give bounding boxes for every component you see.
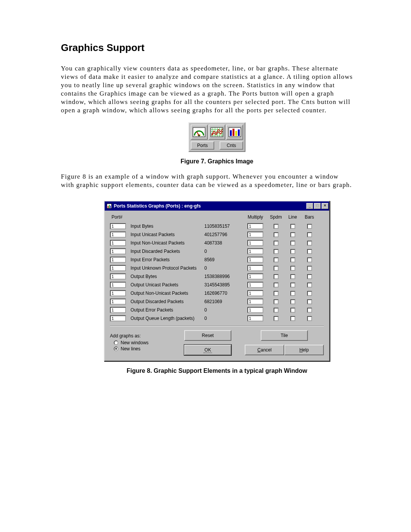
window-title: Ports Statistics Graphs (Ports) : eng-gf…: [114, 203, 201, 209]
radio-new-lines[interactable]: [114, 347, 118, 351]
multiply-input[interactable]: [247, 290, 263, 296]
line-checkbox[interactable]: [290, 283, 295, 288]
multiply-input[interactable]: [247, 299, 263, 305]
spdm-checkbox[interactable]: [274, 299, 279, 304]
line-checkbox[interactable]: [290, 224, 295, 229]
multiply-input[interactable]: [247, 248, 263, 254]
counter-value: 0: [204, 316, 242, 321]
line-chart-icon[interactable]: [209, 125, 226, 140]
port-input[interactable]: [110, 315, 126, 321]
table-row: Output Discarded Packets6821069: [110, 297, 324, 306]
spdm-checkbox[interactable]: [274, 283, 279, 288]
spdm-checkbox[interactable]: [274, 316, 279, 321]
counter-value: 401257796: [204, 232, 242, 237]
cnts-button[interactable]: Cnts: [220, 141, 243, 150]
help-button[interactable]: Help: [284, 345, 324, 355]
bars-checkbox[interactable]: [307, 274, 312, 279]
counter-name: Output Bytes: [131, 274, 203, 279]
counter-value: 3145543895: [204, 282, 242, 288]
bars-checkbox[interactable]: [307, 291, 312, 296]
reset-button[interactable]: Reset: [184, 330, 231, 341]
counter-name: Input Discarded Packets: [131, 249, 203, 254]
bars-checkbox[interactable]: [307, 257, 312, 262]
counter-name: Output Error Packets: [131, 307, 203, 313]
line-checkbox[interactable]: [290, 249, 295, 254]
multiply-input[interactable]: [247, 273, 263, 280]
speedometer-icon[interactable]: [191, 125, 208, 140]
port-input[interactable]: [110, 282, 126, 288]
radio-new-windows[interactable]: [114, 340, 118, 345]
multiply-input[interactable]: [247, 232, 263, 238]
counter-name: Input Bytes: [131, 224, 203, 229]
radio-new-lines-label: New lines: [121, 346, 140, 351]
port-input[interactable]: [110, 273, 126, 280]
counter-value: 0: [204, 307, 242, 313]
multiply-input[interactable]: [247, 307, 263, 313]
bars-checkbox[interactable]: [307, 316, 312, 321]
titlebar[interactable]: Ports Statistics Graphs (Ports) : eng-gf…: [105, 201, 329, 211]
line-checkbox[interactable]: [290, 291, 295, 296]
multiply-input[interactable]: [247, 315, 263, 321]
header-line: Line: [285, 214, 300, 220]
spdm-checkbox[interactable]: [274, 266, 279, 271]
multiply-input[interactable]: [247, 282, 263, 288]
maximize-button[interactable]: □: [314, 203, 321, 209]
bars-checkbox[interactable]: [307, 283, 312, 288]
counter-value: 4087338: [204, 240, 242, 246]
figure-8-caption: Figure 8. Graphic Support Elements in a …: [70, 367, 363, 374]
bars-checkbox[interactable]: [307, 224, 312, 229]
cancel-button[interactable]: Cancel: [245, 345, 284, 355]
spdm-checkbox[interactable]: [274, 308, 279, 313]
port-input[interactable]: [110, 240, 126, 246]
port-input[interactable]: [110, 223, 126, 229]
ok-button[interactable]: OK: [184, 345, 231, 355]
multiply-input[interactable]: [247, 240, 263, 246]
minimize-button[interactable]: _: [306, 203, 313, 209]
counter-name: Input Non-Unicast Packets: [131, 240, 203, 246]
line-checkbox[interactable]: [290, 241, 295, 246]
port-input[interactable]: [110, 265, 126, 271]
bars-checkbox[interactable]: [307, 241, 312, 246]
port-input[interactable]: [110, 299, 126, 305]
ports-button[interactable]: Ports: [191, 141, 214, 150]
line-checkbox[interactable]: [290, 266, 295, 271]
bars-checkbox[interactable]: [307, 232, 312, 237]
ports-statistics-window: Ports Statistics Graphs (Ports) : eng-gf…: [104, 201, 330, 361]
header-spdm: Spdm: [268, 214, 284, 220]
line-checkbox[interactable]: [290, 308, 295, 313]
bar-chart-icon[interactable]: [226, 125, 243, 140]
line-checkbox[interactable]: [290, 316, 295, 321]
svg-rect-16: [235, 131, 237, 136]
counter-value: 8569: [204, 257, 242, 262]
bars-checkbox[interactable]: [307, 249, 312, 254]
spdm-checkbox[interactable]: [274, 249, 279, 254]
port-input[interactable]: [110, 290, 126, 296]
line-checkbox[interactable]: [290, 274, 295, 279]
port-input[interactable]: [110, 232, 126, 238]
line-checkbox[interactable]: [290, 299, 295, 304]
bars-checkbox[interactable]: [307, 266, 312, 271]
graphics-toolbar: Ports Cnts: [188, 122, 245, 152]
port-input[interactable]: [110, 307, 126, 313]
tile-button[interactable]: Tile: [261, 330, 308, 341]
spdm-checkbox[interactable]: [274, 232, 279, 237]
port-input[interactable]: [110, 248, 126, 254]
counter-name: Output Non-Unicast Packets: [131, 291, 203, 296]
spdm-checkbox[interactable]: [274, 224, 279, 229]
line-checkbox[interactable]: [290, 257, 295, 262]
header-multiply: Multiply: [244, 214, 267, 220]
spdm-checkbox[interactable]: [274, 257, 279, 262]
bars-checkbox[interactable]: [307, 308, 312, 313]
svg-rect-15: [233, 129, 234, 136]
close-button[interactable]: ×: [322, 203, 328, 209]
table-row: Input Non-Unicast Packets4087338: [110, 239, 324, 247]
bars-checkbox[interactable]: [307, 299, 312, 304]
port-input[interactable]: [110, 257, 126, 263]
line-checkbox[interactable]: [290, 232, 295, 237]
spdm-checkbox[interactable]: [274, 274, 279, 279]
multiply-input[interactable]: [247, 265, 263, 271]
spdm-checkbox[interactable]: [274, 291, 279, 296]
spdm-checkbox[interactable]: [274, 241, 279, 246]
multiply-input[interactable]: [247, 257, 263, 263]
multiply-input[interactable]: [247, 223, 263, 229]
